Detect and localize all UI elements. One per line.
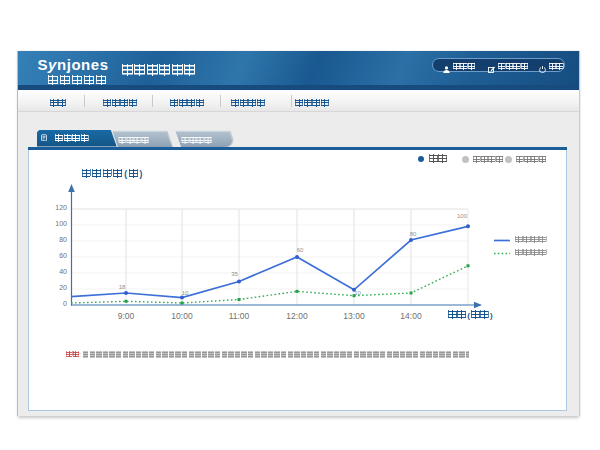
svg-text:9:00: 9:00	[118, 310, 135, 320]
svg-text:18: 18	[119, 283, 126, 289]
svg-text:10: 10	[354, 289, 361, 295]
svg-text:14:00: 14:00	[400, 310, 422, 320]
svg-text:35: 35	[231, 271, 238, 277]
svg-text:80: 80	[59, 236, 67, 243]
svg-text:100: 100	[457, 212, 468, 218]
svg-text:10: 10	[182, 289, 189, 295]
svg-text:10:00: 10:00	[171, 310, 193, 320]
svg-text:40: 40	[59, 268, 67, 275]
svg-text:12:00: 12:00	[286, 310, 308, 320]
svg-text:60: 60	[59, 252, 67, 259]
svg-text:20: 20	[59, 284, 67, 291]
svg-text:120: 120	[55, 204, 67, 211]
svg-text:60: 60	[297, 247, 304, 253]
svg-text:80: 80	[410, 231, 417, 237]
svg-text:0: 0	[63, 300, 67, 307]
svg-text:13:00: 13:00	[343, 310, 365, 320]
svg-text:11:00: 11:00	[229, 310, 250, 320]
svg-text:100: 100	[55, 220, 67, 227]
